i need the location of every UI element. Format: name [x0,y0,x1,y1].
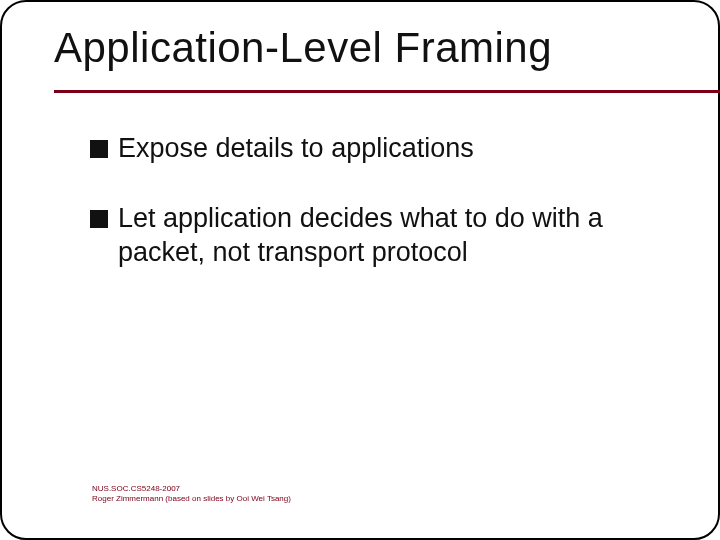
footer-line-1: NUS.SOC.CS5248-2007 [92,484,291,494]
bullet-item: Let application decides what to do with … [90,202,680,270]
bullet-text: Expose details to applications [118,132,474,166]
square-bullet-icon [90,140,108,158]
slide-title: Application-Level Framing [54,24,552,72]
title-underline [54,90,720,93]
slide-footer: NUS.SOC.CS5248-2007 Roger Zimmermann (ba… [92,484,291,504]
bullet-item: Expose details to applications [90,132,680,166]
bullet-text: Let application decides what to do with … [118,202,680,270]
slide-body: Expose details to applications Let appli… [90,132,680,305]
slide: Application-Level Framing Expose details… [0,0,720,540]
square-bullet-icon [90,210,108,228]
footer-line-2: Roger Zimmermann (based on slides by Ooi… [92,494,291,504]
